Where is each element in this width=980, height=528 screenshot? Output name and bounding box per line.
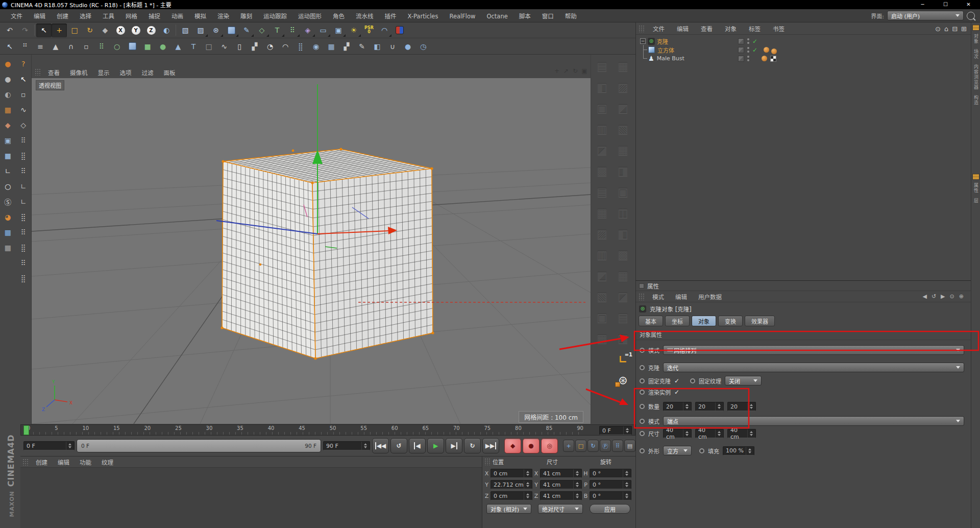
grid-gear-icon[interactable]: ▦ [1,241,15,254]
lock-z-axis-icon[interactable]: Z [143,23,159,37]
current-frame-field[interactable]: 0 F [23,441,75,450]
anim-dot[interactable] [640,419,645,424]
camera-icon[interactable]: ▣ [331,23,346,37]
tab-坐标[interactable]: 坐标 [665,316,690,326]
tab-效果器[interactable]: 效果器 [745,316,775,326]
menu-item[interactable]: 运动跟踪 [258,13,292,20]
menu-item[interactable]: 窗口 [536,13,559,20]
anim-dot[interactable] [640,448,645,453]
material-menu-item[interactable]: 纹理 [96,459,118,466]
dock-command-icon[interactable]: ◩ [592,265,612,286]
menu-item[interactable]: 插件 [379,13,402,20]
menu-item[interactable]: 运动图形 [292,13,327,20]
size-x-field[interactable]: 40 cm [663,429,692,438]
go-start-button[interactable]: ◀◀ [372,438,389,453]
object-name[interactable]: Male Bust [657,55,684,62]
snap-grid-icon-6[interactable]: ⣿ [16,241,30,254]
expand-icon[interactable]: ⊞ [961,25,967,33]
count-y-field[interactable]: 20 [695,402,724,411]
dock-command-icon[interactable]: ◨ [612,160,633,181]
viewport-menu-item[interactable]: 摄像机 [65,69,93,77]
count-x-field[interactable]: 20 [663,402,692,411]
checker-ball-icon[interactable]: ◐ [1,87,15,101]
object-row-cloner[interactable]: − ⊛ 克隆 ✓ [636,37,971,45]
lock-y-axis-icon[interactable]: Y [128,23,143,37]
snap-grid-icon-1[interactable]: ⠿ [16,133,30,147]
grid-icon[interactable]: ▦ [324,39,339,53]
cursor-icon[interactable]: ↖ [16,72,30,86]
dock-command-icon[interactable]: ◪ [592,139,612,160]
enabled-check-icon[interactable]: ✓ [752,46,757,54]
layer-color-box[interactable] [738,38,744,44]
mouse-icon[interactable]: ○ [1,179,15,193]
mograph-clone-icon[interactable]: ⠿ [285,23,300,37]
motext-icon[interactable]: T [270,23,285,37]
snap-grid-icon-4[interactable]: ⣿ [16,210,30,224]
rotation-field[interactable]: 0 ° [590,491,631,500]
paint-sphere-icon[interactable]: ● [400,39,415,53]
scale-tool-icon[interactable]: □ [67,23,82,37]
visibility-dots[interactable] [747,56,749,61]
record-parameter-toggle[interactable]: Ⓟ [600,440,611,452]
dock-command-icon[interactable]: ▣ [592,98,612,118]
coordinate-system-icon[interactable]: ◐ [159,23,174,37]
go-end-button[interactable]: ▶▶ [482,438,499,453]
rect-select-icon[interactable]: ▫ [16,87,30,101]
visibility-dots[interactable] [747,38,749,44]
menu-item[interactable]: 文件 [5,13,28,20]
timer-icon[interactable]: ◷ [415,39,431,53]
rotation-field[interactable]: 0 ° [590,480,631,489]
visibility-dots[interactable] [747,47,749,53]
om-menu-item[interactable]: 编辑 [671,26,695,33]
clone-dropdown[interactable]: 迭代 [663,363,964,372]
anim-dot[interactable] [640,404,645,409]
polygons-mode-icon[interactable]: ▲ [48,39,63,53]
radial-array-icon[interactable]: ○ [109,39,125,53]
collapse-toggle[interactable]: − [640,38,646,44]
zoom-view-icon[interactable]: ↗ [562,67,570,75]
dock-command-icon[interactable]: ▦ [592,202,612,223]
phong-tag-icon[interactable] [771,49,777,54]
size-mode-dropdown[interactable]: 绝对尺寸 [538,504,583,514]
grid-lock-icon[interactable]: ▦ [1,225,15,239]
next-frame-button[interactable]: ▶ [446,438,462,453]
menu-item[interactable]: 工具 [97,13,120,20]
layer-color-box[interactable] [738,56,744,62]
text-tool-icon[interactable]: T [186,39,201,53]
om-menu-item[interactable]: 对象 [719,26,743,33]
menu-item[interactable]: 网格 [120,13,143,20]
lock-icon[interactable]: ⊙ [950,293,954,300]
help-icon[interactable]: ? [16,57,30,70]
attr-menu-item[interactable]: 用户数据 [693,294,727,301]
size-field[interactable]: 41 cm [540,469,582,478]
end-frame-field[interactable]: 90 F [323,441,370,450]
play-button[interactable]: ▶ [427,438,444,453]
workplane-l-icon[interactable]: ∟ [16,179,30,193]
panel-drag-handle[interactable] [22,459,29,466]
dock-command-icon[interactable]: ▩ [612,244,633,265]
dock-command-icon[interactable]: ◧ [592,77,612,98]
shell-icon[interactable]: ◠ [278,39,293,53]
cube-array-icon[interactable]: ▣ [1,133,15,147]
poly-select-icon[interactable]: ◇ [16,118,30,132]
panel-drag-handle[interactable] [639,293,645,300]
enabled-check-icon[interactable]: ✓ [752,38,757,45]
menu-item[interactable]: 模拟 [189,13,212,20]
viewport-menu-item[interactable]: 面板 [159,69,181,77]
side-tab[interactable]: 构造 [973,95,979,105]
snap-grid-icon-2[interactable]: ⣿ [16,149,30,162]
om-menu-item[interactable]: 标签 [743,26,767,33]
dock-command-icon[interactable]: ▦ [612,265,633,286]
workplane-icon[interactable]: ∟=1 [612,349,633,370]
minimize-button[interactable]: ─ [911,0,934,9]
side-tab[interactable]: 属性 [973,183,979,193]
dock-command-icon[interactable]: ▤ [612,307,633,328]
axe-icon[interactable]: ▞ [247,39,262,53]
layer-color-box[interactable] [738,47,744,53]
dock-command-icon[interactable]: ▣ [612,181,633,202]
side-tab[interactable]: 内容浏览器 [973,64,979,90]
sky-icon[interactable]: ◠ [377,23,392,37]
size-y-field[interactable]: 40 cm [695,429,724,438]
light-icon[interactable]: ☀ [346,23,361,37]
next-key-button[interactable]: ↻ [464,438,481,453]
